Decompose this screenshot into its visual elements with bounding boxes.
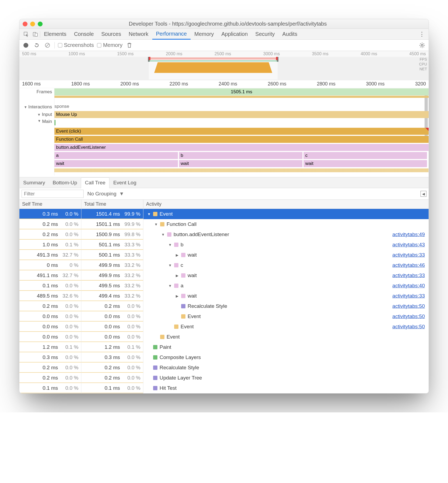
table-row[interactable]: 489.5 ms32.6 %499.4 ms33.2 %▶waitactivit… [19, 291, 429, 301]
tab-sources[interactable]: Sources [98, 29, 125, 40]
overview-minimap[interactable]: 500 ms1000 ms1500 ms2000 ms2500 ms3000 m… [19, 51, 429, 80]
disclosure-triangle[interactable]: ▼ [168, 243, 172, 247]
disclosure-triangle[interactable]: ▼ [147, 212, 151, 216]
frame-bar[interactable]: 1505.1 ms [54, 88, 429, 95]
screenshots-checkbox[interactable]: Screenshots [58, 42, 94, 48]
flame-wait[interactable]: wait [304, 160, 427, 167]
detail-tab-event-log[interactable]: Event Log [109, 177, 140, 188]
flame-function-call[interactable]: Function Call [54, 136, 429, 143]
col-activity[interactable]: Activity [143, 200, 429, 209]
source-link[interactable]: activitytabs:40 [392, 283, 429, 289]
flame-wait[interactable]: wait [179, 160, 302, 167]
table-row[interactable]: 0.2 ms0.0 %0.2 ms0.0 %Update Layer Tree [19, 373, 429, 383]
minimize-window-button[interactable] [30, 22, 35, 26]
source-link[interactable]: activitytabs:50 [392, 313, 429, 319]
table-row[interactable]: 0.0 ms0.0 %0.0 ms0.0 %Eventactivitytabs:… [19, 311, 429, 322]
fps-drop [276, 57, 278, 60]
main-track-label[interactable]: ▼Main [19, 118, 54, 127]
table-row[interactable]: 1.2 ms0.1 %1.2 ms0.1 %Paint [19, 342, 429, 352]
table-row[interactable]: 0.2 ms0.0 %0.2 ms0.0 %Recalculate Stylea… [19, 301, 429, 311]
filter-input[interactable] [22, 190, 84, 198]
source-link[interactable]: activitytabs:33 [392, 272, 429, 278]
interactions-track-label[interactable]: ▼Interactions [19, 103, 54, 111]
tab-audits[interactable]: Audits [278, 29, 301, 40]
disclosure-triangle[interactable]: ▶ [175, 294, 179, 298]
table-row[interactable]: 0.0 ms0.0 %0.0 ms0.0 %Event [19, 332, 429, 342]
source-link[interactable]: activitytabs:50 [392, 303, 429, 309]
source-link[interactable]: activitytabs:33 [392, 252, 429, 258]
activity-name: Hit Test [160, 385, 177, 391]
divider [54, 42, 55, 49]
disclosure-triangle[interactable]: ▶ [175, 253, 179, 257]
disclosure-triangle[interactable]: ▼ [161, 233, 165, 237]
flame-c[interactable]: c [304, 152, 427, 159]
table-row[interactable]: 0.2 ms0.0 %1501.1 ms99.9 %▼Function Call [19, 219, 429, 229]
table-row[interactable]: 0.0 ms0.0 %0.0 ms0.0 %Eventactivitytabs:… [19, 322, 429, 332]
tab-elements[interactable]: Elements [40, 29, 70, 40]
memory-checkbox[interactable]: Memory [97, 42, 122, 48]
table-row[interactable]: 0.1 ms0.0 %0.1 ms0.0 %Hit Test [19, 383, 429, 393]
chevron-down-icon: ▼ [119, 191, 124, 197]
trash-icon[interactable] [126, 42, 133, 49]
close-window-button[interactable] [23, 22, 27, 26]
table-row[interactable]: 0.3 ms0.0 %0.3 ms0.0 %Composite Layers [19, 352, 429, 363]
micro-tasks-strip [54, 168, 429, 172]
disclosure-triangle[interactable]: ▼ [168, 263, 172, 267]
source-link[interactable]: activitytabs:50 [392, 324, 429, 330]
table-row[interactable]: 491.3 ms32.7 %500.1 ms33.3 %▶waitactivit… [19, 250, 429, 260]
activity-color-swatch [153, 365, 157, 370]
disclosure-triangle[interactable]: ▶ [175, 274, 179, 278]
flame-listener[interactable]: button.addEventListener [54, 144, 429, 151]
window-titlebar: Developer Tools - https://googlechrome.g… [19, 19, 429, 29]
frames-track-label[interactable]: Frames [19, 88, 54, 96]
settings-icon[interactable] [418, 42, 426, 49]
flame-chart[interactable]: Frames 1505.1 ms ▼Interactions sponse ▼I… [19, 88, 429, 177]
disclosure-triangle[interactable]: ▼ [168, 284, 172, 288]
source-link[interactable]: activitytabs:43 [392, 242, 429, 248]
source-link[interactable]: activitytabs:33 [392, 293, 429, 299]
long-task-indicator [425, 128, 429, 131]
table-row[interactable]: 0.2 ms0.0 %1500.9 ms99.8 %▼button.addEve… [19, 229, 429, 240]
grouping-dropdown[interactable]: No Grouping ▼ [87, 191, 124, 197]
activity-color-swatch [153, 212, 157, 216]
reload-button[interactable] [33, 42, 40, 49]
record-button[interactable] [22, 42, 30, 49]
more-menu-icon[interactable]: ⋮ [417, 31, 426, 38]
activity-color-swatch [160, 222, 164, 226]
inspect-icon[interactable] [22, 30, 31, 39]
tab-network[interactable]: Network [125, 29, 152, 40]
device-toggle-icon[interactable] [31, 30, 40, 39]
source-link[interactable]: activitytabs:49 [392, 232, 429, 237]
detail-tab-call-tree[interactable]: Call Tree [81, 177, 109, 188]
table-row[interactable]: 0.3 ms0.0 %1501.4 ms99.9 %▼Event [19, 209, 429, 219]
col-total-time[interactable]: Total Time [81, 200, 143, 209]
overview-selection[interactable] [149, 57, 278, 80]
clear-button[interactable] [44, 42, 51, 49]
activity-name: c [181, 262, 183, 268]
show-heaviest-stack-icon[interactable]: ◀ [421, 191, 426, 197]
table-row[interactable]: 0 ms0 %499.9 ms33.2 %▼cactivitytabs:46 [19, 260, 429, 270]
tab-memory[interactable]: Memory [191, 29, 218, 40]
flame-a[interactable]: a [54, 152, 178, 159]
table-row[interactable]: 1.0 ms0.1 %501.1 ms33.3 %▼bactivitytabs:… [19, 240, 429, 250]
tab-performance[interactable]: Performance [152, 29, 191, 40]
table-row[interactable]: 0.1 ms0.0 %499.5 ms33.2 %▼aactivitytabs:… [19, 281, 429, 291]
detail-tab-summary[interactable]: Summary [19, 177, 49, 188]
source-link[interactable]: activitytabs:46 [392, 262, 429, 268]
overview-dim-right [278, 57, 429, 80]
input-event-bar[interactable]: Mouse Up [54, 111, 429, 118]
flame-wait[interactable]: wait [54, 160, 178, 167]
detail-tab-bottom-up[interactable]: Bottom-Up [49, 177, 81, 188]
activity-name: Paint [160, 344, 171, 350]
input-track-label[interactable]: ▼Input [19, 111, 54, 118]
maximize-window-button[interactable] [38, 22, 43, 26]
tab-security[interactable]: Security [251, 29, 278, 40]
tab-application[interactable]: Application [218, 29, 251, 40]
col-self-time[interactable]: Self Time [19, 200, 81, 209]
flame-event[interactable]: Event (click) [54, 128, 429, 135]
tab-console[interactable]: Console [70, 29, 97, 40]
table-row[interactable]: 491.1 ms32.7 %499.9 ms33.2 %▶waitactivit… [19, 270, 429, 281]
flame-b[interactable]: b [179, 152, 302, 159]
disclosure-triangle[interactable]: ▼ [154, 222, 158, 226]
table-row[interactable]: 0.2 ms0.0 %0.2 ms0.0 %Recalculate Style [19, 363, 429, 373]
